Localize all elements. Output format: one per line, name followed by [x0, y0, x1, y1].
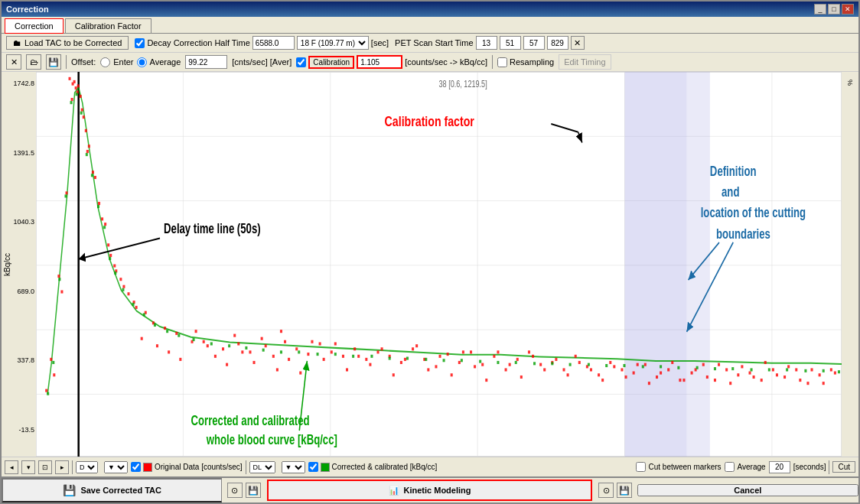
maximize-btn[interactable]: □ — [828, 4, 840, 15]
svg-rect-183 — [109, 257, 111, 260]
svg-text:Corrected and calibrated: Corrected and calibrated — [191, 413, 310, 428]
svg-rect-141 — [671, 361, 673, 364]
original-checkbox[interactable] — [131, 462, 141, 472]
cut-value-input[interactable] — [769, 461, 790, 473]
svg-rect-180 — [91, 174, 93, 177]
enter-label: Enter — [113, 57, 133, 67]
svg-rect-171 — [135, 306, 138, 309]
corrected-color — [321, 463, 330, 472]
decay-correction-checkbox[interactable] — [135, 38, 145, 48]
svg-rect-108 — [288, 358, 290, 361]
svg-rect-62 — [470, 350, 472, 353]
save-icon-btn[interactable]: 💾 — [46, 54, 61, 70]
svg-rect-212 — [569, 363, 572, 366]
scroll-btn[interactable]: ▸ — [55, 460, 69, 474]
cancel-button[interactable]: Cancel — [637, 484, 858, 496]
time-min-input[interactable] — [500, 36, 521, 50]
y-value-3: 689.0 — [17, 288, 34, 295]
footer-icon-btn4[interactable]: 💾 — [617, 483, 632, 498]
dl-series-select3[interactable]: ▼ — [282, 461, 305, 473]
footer-icon-btn3[interactable]: ⊙ — [598, 483, 614, 498]
chart-area[interactable]: -0.8 8.3 17.4 26.5 35.6 44.8 minutes 38 … — [36, 72, 842, 457]
svg-rect-80 — [679, 379, 681, 382]
half-time-label: Half Time — [214, 38, 249, 47]
load-tac-button[interactable]: 🖿 Load TAC to be Corrected — [6, 36, 129, 50]
time-ms-input[interactable] — [547, 36, 568, 50]
svg-rect-53 — [365, 358, 367, 361]
clear-time-btn[interactable]: ✕ — [571, 36, 585, 50]
svg-rect-91 — [806, 382, 809, 385]
save-tac-button[interactable]: 💾 Save Corrected TAC — [2, 478, 222, 502]
svg-rect-192 — [210, 342, 213, 345]
zoom-prev-btn[interactable]: ◂ — [5, 460, 18, 474]
kinetic-modeling-button[interactable]: 📊 Kinetic Modeling — [267, 480, 591, 501]
svg-rect-105 — [265, 344, 267, 347]
close-btn[interactable]: ✕ — [842, 4, 854, 15]
svg-rect-152 — [799, 379, 801, 382]
dl-series-select[interactable]: ▼ — [104, 461, 128, 473]
calibration-checkbox[interactable] — [296, 57, 306, 67]
calibration-value-input[interactable] — [357, 55, 402, 69]
svg-text:boundaries: boundaries — [716, 226, 770, 241]
svg-rect-179 — [86, 153, 88, 156]
svg-rect-48 — [307, 353, 309, 356]
footer-icon-btn2[interactable]: 💾 — [246, 483, 261, 498]
seconds-label: [seconds] — [793, 463, 826, 471]
offset-label: Offset: — [71, 57, 96, 67]
svg-rect-214 — [605, 364, 608, 367]
svg-rect-209 — [515, 361, 517, 364]
corrected-checkbox[interactable] — [308, 462, 318, 472]
svg-rect-124 — [474, 365, 476, 368]
zoom-next-btn[interactable]: ▾ — [21, 460, 35, 474]
enter-radio[interactable] — [100, 57, 110, 67]
pet-scan-label: PET Scan Start Time — [395, 38, 474, 47]
svg-rect-127 — [509, 363, 511, 366]
time-sec-input[interactable] — [523, 36, 545, 50]
svg-rect-195 — [262, 349, 265, 352]
svg-rect-145 — [718, 363, 720, 366]
svg-rect-136 — [613, 365, 615, 368]
svg-rect-96 — [168, 350, 170, 353]
svg-rect-92 — [819, 373, 821, 376]
svg-rect-144 — [706, 376, 709, 379]
svg-rect-40 — [207, 344, 209, 347]
toolbar-row2: ✕ 🗁 💾 Offset: Enter Average [cnts/sec] [… — [2, 53, 858, 72]
svg-rect-109 — [299, 372, 301, 375]
svg-rect-115 — [369, 363, 371, 366]
svg-rect-222 — [751, 368, 753, 371]
original-color — [143, 463, 152, 472]
svg-rect-37 — [164, 327, 166, 330]
svg-rect-43 — [249, 350, 251, 353]
svg-rect-130 — [543, 368, 546, 371]
svg-rect-128 — [520, 376, 523, 379]
minimize-btn[interactable]: _ — [814, 4, 826, 15]
average-cut-checkbox[interactable] — [725, 462, 735, 472]
resampling-checkbox[interactable] — [497, 57, 507, 67]
average-radio[interactable] — [137, 57, 147, 67]
isotope-select[interactable]: 18 F (109.77 m) — [297, 36, 369, 50]
svg-rect-133 — [578, 361, 581, 364]
svg-rect-154 — [823, 382, 825, 385]
edit-timing-btn[interactable]: Edit Timing — [559, 54, 611, 70]
y-label-kbq: kBq/cc — [3, 252, 11, 275]
svg-rect-217 — [660, 365, 662, 368]
average-value-input[interactable] — [185, 55, 227, 69]
half-time-input[interactable] — [252, 36, 295, 50]
tab-correction[interactable]: Correction — [5, 18, 64, 34]
open-icon-btn[interactable]: 🗁 — [26, 54, 41, 70]
zoom-fit-btn[interactable]: ⊡ — [38, 460, 52, 474]
y-value-6: 1742.8 — [13, 80, 34, 87]
svg-rect-23 — [65, 191, 67, 194]
cut-between-checkbox[interactable] — [636, 462, 646, 472]
tab-bar: Correction Calibration Factor — [2, 17, 858, 34]
svg-rect-170 — [127, 292, 129, 295]
close-icon-btn[interactable]: ✕ — [6, 54, 21, 70]
svg-rect-106 — [276, 368, 279, 371]
tab-calibration[interactable]: Calibration Factor — [65, 18, 151, 33]
dl-series-select2[interactable]: DL — [249, 461, 275, 473]
footer-icon-btn1[interactable]: ⊙ — [227, 483, 243, 498]
cut-button[interactable]: Cut — [832, 461, 855, 473]
svg-rect-150 — [776, 373, 778, 376]
d-series-select[interactable]: D — [76, 461, 98, 473]
time-hour-input[interactable] — [476, 36, 497, 50]
